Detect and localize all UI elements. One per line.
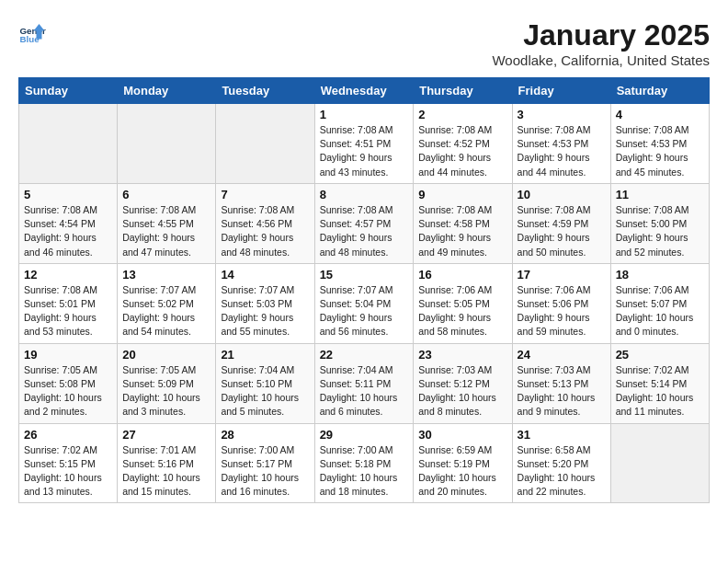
calendar-cell: 17Sunrise: 7:06 AM Sunset: 5:06 PM Dayli…: [512, 263, 610, 343]
calendar-cell: [19, 104, 118, 184]
day-info: Sunrise: 7:08 AM Sunset: 4:57 PM Dayligh…: [320, 203, 409, 259]
calendar-cell: 24Sunrise: 7:03 AM Sunset: 5:13 PM Dayli…: [512, 343, 610, 423]
calendar-cell: 27Sunrise: 7:01 AM Sunset: 5:16 PM Dayli…: [118, 423, 216, 503]
calendar-cell: 7Sunrise: 7:08 AM Sunset: 4:56 PM Daylig…: [216, 183, 314, 263]
day-info: Sunrise: 7:00 AM Sunset: 5:18 PM Dayligh…: [320, 443, 409, 500]
calendar-cell: 25Sunrise: 7:02 AM Sunset: 5:14 PM Dayli…: [610, 343, 709, 423]
day-number: 25: [616, 348, 704, 362]
day-number: 8: [320, 188, 409, 201]
day-info: Sunrise: 7:05 AM Sunset: 5:08 PM Dayligh…: [24, 363, 112, 419]
calendar-cell: 22Sunrise: 7:04 AM Sunset: 5:11 PM Dayli…: [314, 343, 414, 423]
day-info: Sunrise: 7:06 AM Sunset: 5:05 PM Dayligh…: [418, 283, 506, 339]
calendar-cell: 6Sunrise: 7:08 AM Sunset: 4:55 PM Daylig…: [118, 183, 216, 263]
day-info: Sunrise: 7:08 AM Sunset: 4:55 PM Dayligh…: [122, 203, 210, 259]
day-number: 15: [320, 268, 409, 282]
day-number: 26: [24, 428, 112, 442]
weekday-header-row: SundayMondayTuesdayWednesdayThursdayFrid…: [19, 78, 710, 104]
weekday-header-wednesday: Wednesday: [314, 78, 414, 104]
month-title: January 2025: [492, 18, 710, 52]
calendar-cell: 10Sunrise: 7:08 AM Sunset: 4:59 PM Dayli…: [512, 183, 610, 263]
day-info: Sunrise: 7:08 AM Sunset: 4:53 PM Dayligh…: [616, 123, 704, 179]
weekday-header-monday: Monday: [118, 78, 216, 104]
page-header: General Blue January 2025 Woodlake, Cali…: [18, 18, 710, 68]
day-number: 5: [24, 188, 112, 201]
weekday-header-friday: Friday: [512, 78, 610, 104]
logo-icon: General Blue: [18, 18, 46, 46]
day-number: 1: [320, 108, 409, 121]
calendar-cell: 9Sunrise: 7:08 AM Sunset: 4:58 PM Daylig…: [414, 183, 512, 263]
calendar-cell: 14Sunrise: 7:07 AM Sunset: 5:03 PM Dayli…: [216, 263, 314, 343]
day-number: 12: [24, 268, 112, 282]
calendar-cell: 31Sunrise: 6:58 AM Sunset: 5:20 PM Dayli…: [512, 423, 610, 503]
day-number: 11: [616, 188, 704, 201]
calendar-cell: 19Sunrise: 7:05 AM Sunset: 5:08 PM Dayli…: [19, 343, 118, 423]
calendar-cell: 11Sunrise: 7:08 AM Sunset: 5:00 PM Dayli…: [610, 183, 709, 263]
day-number: 23: [418, 348, 506, 362]
day-number: 17: [518, 268, 606, 282]
calendar-cell: 1Sunrise: 7:08 AM Sunset: 4:51 PM Daylig…: [314, 104, 414, 184]
day-info: Sunrise: 7:08 AM Sunset: 4:52 PM Dayligh…: [418, 123, 506, 179]
day-number: 29: [320, 428, 409, 442]
day-info: Sunrise: 7:01 AM Sunset: 5:16 PM Dayligh…: [122, 443, 210, 500]
day-info: Sunrise: 7:08 AM Sunset: 4:54 PM Dayligh…: [24, 203, 112, 259]
calendar-cell: 12Sunrise: 7:08 AM Sunset: 5:01 PM Dayli…: [19, 263, 118, 343]
weekday-header-saturday: Saturday: [610, 78, 709, 104]
day-info: Sunrise: 6:59 AM Sunset: 5:19 PM Dayligh…: [418, 443, 506, 500]
day-number: 30: [418, 428, 506, 442]
calendar-week-3: 12Sunrise: 7:08 AM Sunset: 5:01 PM Dayli…: [19, 263, 710, 343]
day-number: 27: [122, 428, 210, 442]
calendar-cell: 23Sunrise: 7:03 AM Sunset: 5:12 PM Dayli…: [414, 343, 512, 423]
day-info: Sunrise: 7:08 AM Sunset: 4:59 PM Dayligh…: [518, 203, 606, 259]
calendar-cell: 8Sunrise: 7:08 AM Sunset: 4:57 PM Daylig…: [314, 183, 414, 263]
day-info: Sunrise: 7:08 AM Sunset: 5:00 PM Dayligh…: [616, 203, 704, 259]
day-info: Sunrise: 7:02 AM Sunset: 5:15 PM Dayligh…: [24, 443, 112, 500]
calendar-cell: 4Sunrise: 7:08 AM Sunset: 4:53 PM Daylig…: [610, 104, 709, 184]
calendar-cell: 18Sunrise: 7:06 AM Sunset: 5:07 PM Dayli…: [610, 263, 709, 343]
calendar-cell: 28Sunrise: 7:00 AM Sunset: 5:17 PM Dayli…: [216, 423, 314, 503]
calendar-cell: [216, 104, 314, 184]
day-number: 14: [221, 268, 309, 282]
calendar-cell: 29Sunrise: 7:00 AM Sunset: 5:18 PM Dayli…: [314, 423, 414, 503]
location: Woodlake, California, United States: [492, 52, 710, 68]
calendar-week-5: 26Sunrise: 7:02 AM Sunset: 5:15 PM Dayli…: [19, 423, 710, 503]
day-info: Sunrise: 7:08 AM Sunset: 4:58 PM Dayligh…: [418, 203, 506, 259]
day-number: 6: [122, 188, 210, 201]
day-number: 9: [418, 188, 506, 201]
day-number: 10: [518, 188, 606, 201]
day-info: Sunrise: 7:06 AM Sunset: 5:07 PM Dayligh…: [616, 283, 704, 339]
calendar-cell: 21Sunrise: 7:04 AM Sunset: 5:10 PM Dayli…: [216, 343, 314, 423]
day-info: Sunrise: 7:07 AM Sunset: 5:04 PM Dayligh…: [320, 283, 409, 339]
day-info: Sunrise: 7:03 AM Sunset: 5:12 PM Dayligh…: [418, 363, 506, 419]
day-info: Sunrise: 7:07 AM Sunset: 5:02 PM Dayligh…: [122, 283, 210, 339]
calendar-cell: 26Sunrise: 7:02 AM Sunset: 5:15 PM Dayli…: [19, 423, 118, 503]
day-number: 20: [122, 348, 210, 362]
calendar-week-1: 1Sunrise: 7:08 AM Sunset: 4:51 PM Daylig…: [19, 104, 710, 184]
day-number: 28: [221, 428, 309, 442]
day-number: 3: [518, 108, 606, 121]
day-info: Sunrise: 7:05 AM Sunset: 5:09 PM Dayligh…: [122, 363, 210, 419]
calendar-cell: 2Sunrise: 7:08 AM Sunset: 4:52 PM Daylig…: [414, 104, 512, 184]
day-info: Sunrise: 7:06 AM Sunset: 5:06 PM Dayligh…: [518, 283, 606, 339]
day-info: Sunrise: 7:08 AM Sunset: 4:51 PM Dayligh…: [320, 123, 409, 179]
day-number: 31: [518, 428, 606, 442]
title-block: January 2025 Woodlake, California, Unite…: [492, 18, 710, 68]
weekday-header-tuesday: Tuesday: [216, 78, 314, 104]
calendar-table: SundayMondayTuesdayWednesdayThursdayFrid…: [18, 77, 710, 503]
day-info: Sunrise: 7:04 AM Sunset: 5:11 PM Dayligh…: [320, 363, 409, 419]
calendar-week-4: 19Sunrise: 7:05 AM Sunset: 5:08 PM Dayli…: [19, 343, 710, 423]
calendar-cell: 5Sunrise: 7:08 AM Sunset: 4:54 PM Daylig…: [19, 183, 118, 263]
day-info: Sunrise: 7:08 AM Sunset: 4:56 PM Dayligh…: [221, 203, 309, 259]
day-info: Sunrise: 7:04 AM Sunset: 5:10 PM Dayligh…: [221, 363, 309, 419]
day-number: 22: [320, 348, 409, 362]
calendar-cell: [118, 104, 216, 184]
day-info: Sunrise: 7:00 AM Sunset: 5:17 PM Dayligh…: [221, 443, 309, 500]
day-number: 4: [616, 108, 704, 121]
calendar-cell: 16Sunrise: 7:06 AM Sunset: 5:05 PM Dayli…: [414, 263, 512, 343]
day-info: Sunrise: 7:07 AM Sunset: 5:03 PM Dayligh…: [221, 283, 309, 339]
weekday-header-thursday: Thursday: [414, 78, 512, 104]
day-info: Sunrise: 7:08 AM Sunset: 5:01 PM Dayligh…: [24, 283, 112, 339]
day-number: 21: [221, 348, 309, 362]
day-number: 18: [616, 268, 704, 282]
logo: General Blue: [18, 18, 50, 46]
day-info: Sunrise: 7:02 AM Sunset: 5:14 PM Dayligh…: [616, 363, 704, 419]
